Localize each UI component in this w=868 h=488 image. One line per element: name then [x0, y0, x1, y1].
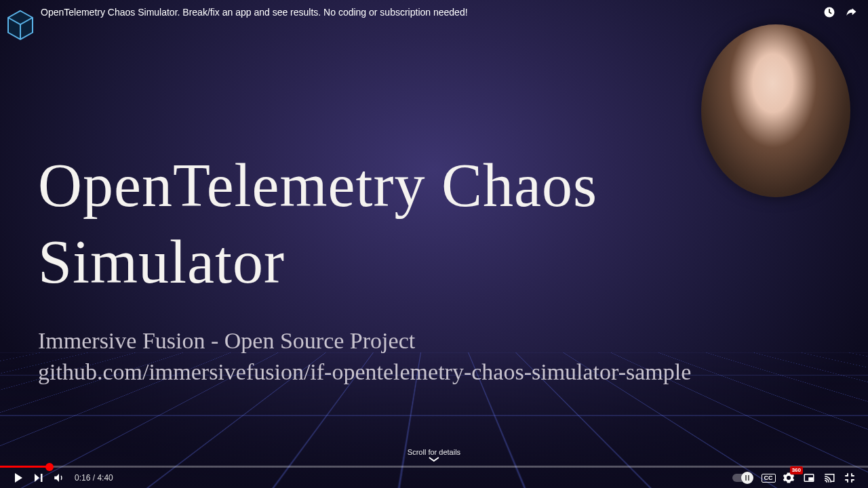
slide-headline: OpenTelemetry Chaos Simulator — [38, 148, 716, 300]
time-display: 0:16 / 4:40 — [75, 473, 113, 483]
autoplay-toggle[interactable] — [732, 474, 753, 482]
cast-button[interactable] — [819, 468, 840, 488]
cc-button[interactable]: CC — [758, 468, 778, 488]
svg-marker-4 — [35, 474, 39, 482]
next-button[interactable] — [28, 468, 49, 488]
slide-subtitle: Immersive Fusion - Open Source Project g… — [38, 325, 691, 388]
top-overlay: OpenTelemetry Chaos Simulator. Break/fix… — [0, 0, 868, 24]
project-line: Immersive Fusion - Open Source Project — [38, 325, 691, 357]
svg-marker-3 — [15, 473, 22, 483]
play-button[interactable] — [8, 468, 28, 488]
presenter-avatar — [701, 24, 850, 197]
svg-rect-9 — [809, 478, 812, 481]
svg-rect-7 — [748, 475, 749, 481]
controls-bar: 0:16 / 4:40 CC 360 — [0, 468, 868, 488]
github-line: github.com/immersivefusion/if-openteleme… — [38, 357, 691, 388]
svg-rect-6 — [745, 475, 747, 481]
exit-fullscreen-button[interactable] — [840, 468, 860, 488]
share-icon[interactable] — [844, 5, 859, 20]
scroll-details[interactable]: Scroll for details — [408, 448, 460, 464]
video-player: OpenTelemetry Chaos Simulator Immersive … — [0, 0, 868, 488]
settings-button[interactable]: 360 — [778, 468, 799, 488]
svg-rect-5 — [41, 474, 43, 482]
watch-later-icon[interactable] — [822, 5, 837, 20]
volume-button[interactable] — [49, 468, 69, 488]
video-title[interactable]: OpenTelemetry Chaos Simulator. Break/fix… — [41, 7, 815, 18]
